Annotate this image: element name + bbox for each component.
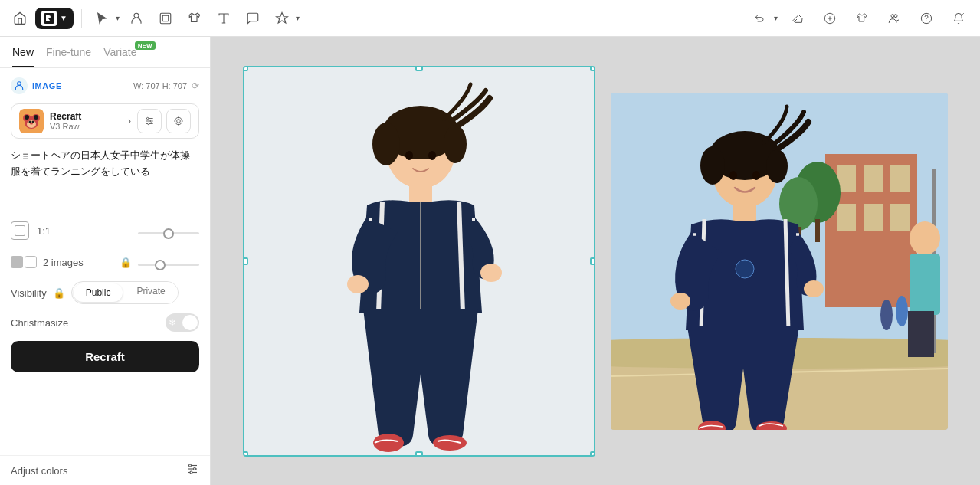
adjust-colors-row: Adjust colors <box>0 455 210 485</box>
christmasize-toggle[interactable]: ❄ <box>166 313 199 332</box>
visibility-label: Visibility <box>11 287 47 299</box>
shirt2-button[interactable] <box>850 6 874 31</box>
svg-point-1 <box>134 13 139 18</box>
toggle-knob <box>182 315 198 330</box>
svg-point-25 <box>147 117 149 119</box>
visibility-public[interactable]: Public <box>74 283 123 302</box>
toolbar-right: ▾ <box>748 6 971 31</box>
handle-top-mid[interactable] <box>415 66 423 71</box>
handle-bottom-left[interactable] <box>243 451 248 457</box>
image-count-icons <box>11 256 37 268</box>
tab-variate[interactable]: Variate NEW <box>103 46 136 67</box>
top-toolbar: ▼ ▾ <box>0 0 980 37</box>
images-lock-icon[interactable]: 🔒 <box>120 257 132 268</box>
right-image-svg <box>611 93 948 430</box>
svg-point-29 <box>177 120 181 123</box>
panel-content: IMAGE W: 707 H: 707 ⟳ <box>0 68 210 382</box>
svg-point-45 <box>405 151 413 160</box>
image-icon-2 <box>25 256 37 268</box>
brand-icon <box>41 11 57 26</box>
tab-fine-tune[interactable]: Fine-tune <box>46 46 91 67</box>
image-icon <box>11 77 28 94</box>
model-row: Recraft V3 Raw › <box>11 103 199 139</box>
svg-point-50 <box>480 264 502 282</box>
svg-rect-77 <box>733 205 756 222</box>
model-settings-style[interactable] <box>166 109 191 133</box>
left-image-container[interactable] <box>243 66 595 457</box>
shapes-tool-group[interactable]: ▾ <box>270 6 300 31</box>
help-button[interactable] <box>914 6 939 31</box>
right-image-container[interactable] <box>611 93 948 430</box>
svg-point-11 <box>18 82 21 86</box>
svg-rect-60 <box>890 204 910 231</box>
svg-point-74 <box>766 149 788 183</box>
handle-top-right[interactable] <box>590 66 595 71</box>
eraser-button[interactable] <box>785 6 810 31</box>
handle-mid-left[interactable] <box>243 257 248 265</box>
model-settings-sliders[interactable] <box>137 109 162 133</box>
image-dimensions: W: 707 H: 707 <box>133 81 187 90</box>
svg-point-69 <box>896 296 908 326</box>
notification-button[interactable] <box>946 6 971 31</box>
type-tool[interactable] <box>211 6 236 31</box>
shapes-tool[interactable] <box>270 6 294 31</box>
adjust-colors-icon[interactable] <box>185 462 199 479</box>
ratio-slider[interactable] <box>138 232 199 234</box>
recraft-button[interactable]: Recraft <box>11 341 199 372</box>
home-button[interactable] <box>9 8 31 29</box>
shirt-tool[interactable] <box>182 6 207 31</box>
svg-point-73 <box>700 146 725 185</box>
svg-point-52 <box>433 435 467 451</box>
speech-bubble-tool[interactable] <box>241 6 265 31</box>
svg-point-76 <box>752 171 760 180</box>
svg-point-49 <box>347 275 369 293</box>
history-icon[interactable]: ⟳ <box>192 80 199 91</box>
select-tool-group[interactable]: ▾ <box>90 6 120 31</box>
ratio-slider-container <box>138 224 199 238</box>
image-label: IMAGE <box>32 81 129 90</box>
select-tool[interactable] <box>90 6 114 31</box>
svg-point-68 <box>880 300 893 330</box>
prompt-text[interactable]: ショートヘアの日本人女子中学生が体操服を着てランニングをしている <box>11 148 199 209</box>
handle-mid-right[interactable] <box>590 257 595 265</box>
svg-point-43 <box>372 123 400 165</box>
tabs: New Fine-tune Variate NEW <box>0 37 210 68</box>
images-slider[interactable] <box>138 264 199 266</box>
ratio-label: 1:1 <box>37 225 130 237</box>
shapes-tool-arrow: ▾ <box>296 14 300 22</box>
brand-button[interactable]: ▼ <box>35 8 74 29</box>
model-avatar <box>19 109 44 133</box>
undo-arrow[interactable]: ▾ <box>774 14 778 22</box>
frame-tool[interactable] <box>153 6 178 31</box>
svg-point-6 <box>891 14 894 17</box>
left-image-svg <box>244 67 595 457</box>
tab-new[interactable]: New <box>12 46 34 67</box>
svg-rect-85 <box>908 311 921 357</box>
handle-top-left[interactable] <box>243 66 248 71</box>
svg-rect-63 <box>815 219 820 242</box>
svg-rect-86 <box>921 311 934 357</box>
new-badge: NEW <box>135 41 156 50</box>
svg-rect-59 <box>864 204 883 231</box>
svg-point-19 <box>29 121 31 123</box>
svg-rect-3 <box>162 15 169 21</box>
model-expand-arrow[interactable]: › <box>128 116 131 126</box>
visibility-private[interactable]: Private <box>124 282 177 303</box>
svg-rect-57 <box>890 165 910 192</box>
svg-point-78 <box>736 260 754 278</box>
model-sub: V3 Raw <box>50 122 122 131</box>
svg-point-16 <box>25 115 29 120</box>
magic-button[interactable] <box>818 6 842 31</box>
handle-bottom-mid[interactable] <box>415 451 423 457</box>
model-settings-buttons <box>137 109 191 133</box>
svg-point-20 <box>32 121 34 123</box>
svg-point-46 <box>428 151 436 160</box>
visibility-lock-icon[interactable]: 🔒 <box>53 287 65 299</box>
person-tool[interactable] <box>124 6 149 31</box>
undo-button[interactable] <box>748 6 772 31</box>
divider-1 <box>81 9 82 28</box>
svg-point-38 <box>194 468 196 470</box>
svg-point-32 <box>175 120 175 121</box>
people-button[interactable] <box>882 6 906 31</box>
handle-bottom-right[interactable] <box>590 451 595 457</box>
